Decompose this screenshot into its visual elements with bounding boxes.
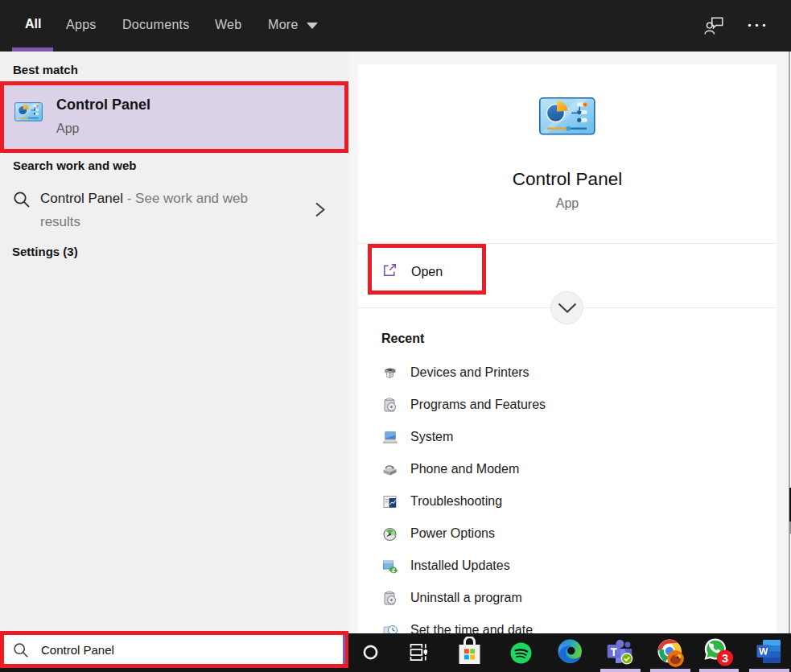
svg-text:3: 3 <box>722 652 728 665</box>
